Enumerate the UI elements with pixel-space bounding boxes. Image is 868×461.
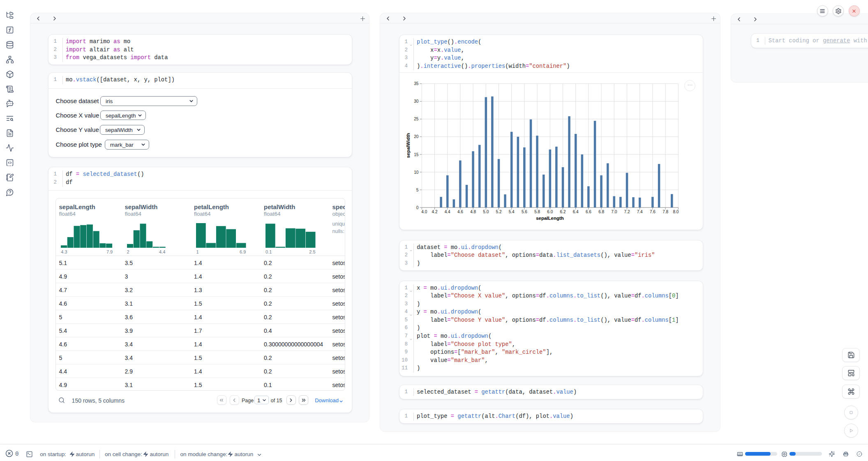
svg-text:30: 30 <box>414 99 419 104</box>
svg-text:4.8: 4.8 <box>470 210 476 214</box>
svg-text:15: 15 <box>414 152 419 157</box>
svg-text:7.4: 7.4 <box>637 210 643 214</box>
svg-text:4.6: 4.6 <box>457 210 463 214</box>
svg-text:10: 10 <box>414 170 419 175</box>
svg-text:5.6: 5.6 <box>522 210 527 214</box>
svg-text:5.0: 5.0 <box>483 210 489 214</box>
svg-text:4.4: 4.4 <box>445 210 450 214</box>
svg-text:5.8: 5.8 <box>534 210 540 214</box>
svg-text:6.2: 6.2 <box>560 210 566 214</box>
svg-text:20: 20 <box>414 134 419 139</box>
svg-text:sepalLength: sepalLength <box>536 216 564 221</box>
svg-text:6.8: 6.8 <box>598 210 604 214</box>
svg-text:35: 35 <box>414 81 419 86</box>
svg-text:5.2: 5.2 <box>496 210 502 214</box>
svg-text:7.6: 7.6 <box>650 210 656 214</box>
svg-text:6.4: 6.4 <box>573 210 579 214</box>
svg-text:25: 25 <box>414 117 419 121</box>
svg-text:7.2: 7.2 <box>624 210 630 214</box>
svg-text:4.2: 4.2 <box>432 210 438 214</box>
svg-text:6.0: 6.0 <box>547 210 553 214</box>
svg-text:6.6: 6.6 <box>586 210 591 214</box>
svg-text:7.8: 7.8 <box>663 210 668 214</box>
svg-text:5: 5 <box>416 188 419 192</box>
svg-text:4.0: 4.0 <box>421 210 427 214</box>
svg-text:sepalWidth: sepalWidth <box>406 133 411 158</box>
svg-text:8.0: 8.0 <box>673 210 679 214</box>
svg-text:7.0: 7.0 <box>611 210 617 214</box>
svg-text:5.4: 5.4 <box>509 210 515 214</box>
svg-text:0: 0 <box>416 205 419 210</box>
